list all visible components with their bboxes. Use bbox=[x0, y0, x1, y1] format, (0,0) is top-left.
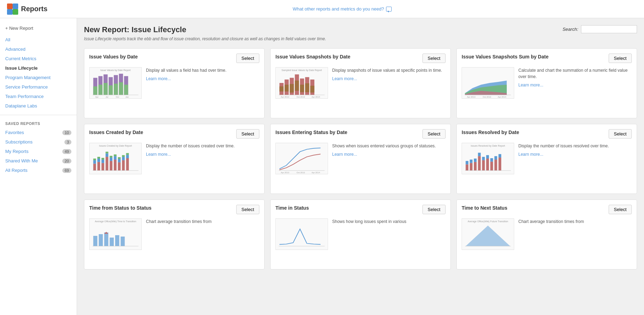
card-issues-created-by-date: Issues Created by Date Select Issues Cre… bbox=[84, 124, 265, 194]
card-description: Calculate and chart the summation of a n… bbox=[518, 67, 632, 88]
sidebar-item-dataplane-labs[interactable]: Dataplane Labs bbox=[0, 101, 77, 111]
chart-time-in-status bbox=[275, 218, 328, 251]
saved-item-favorites-label: Favorites bbox=[5, 130, 24, 135]
sidebar-item-program-management[interactable]: Program Management bbox=[0, 73, 77, 82]
sidebar-item-current-metrics[interactable]: Current Metrics bbox=[0, 54, 77, 63]
learn-more-link-2[interactable]: Learn more... bbox=[518, 82, 632, 88]
sidebar-item-service-performance[interactable]: Service Performance bbox=[0, 82, 77, 92]
card-description: Shows when issues entered various groups… bbox=[332, 143, 446, 158]
feedback-link[interactable]: What other reports and metrics do you ne… bbox=[48, 6, 637, 12]
card-title: Issue Values Snapshots by Date bbox=[275, 54, 419, 60]
sidebar-item-advanced[interactable]: Advanced bbox=[0, 44, 77, 54]
chat-icon bbox=[386, 7, 392, 12]
svg-rect-60 bbox=[97, 157, 100, 159]
svg-rect-105 bbox=[495, 156, 497, 160]
select-button-issues-entering-status-by-date[interactable]: Select bbox=[422, 129, 446, 139]
card-time-to-next-status: Time to Next Status Select Average Offic… bbox=[456, 200, 637, 270]
card-description: Chart average transition times from bbox=[146, 218, 259, 225]
new-report-button[interactable]: + New Report bbox=[0, 23, 77, 35]
search-area: Search: bbox=[562, 25, 637, 33]
svg-text:Apr 2013: Apr 2013 bbox=[281, 172, 289, 174]
svg-rect-96 bbox=[478, 156, 481, 170]
svg-rect-17 bbox=[119, 82, 123, 95]
learn-more-link-3[interactable]: Learn more... bbox=[146, 151, 259, 158]
card-description: Display the number of issues created ove… bbox=[146, 143, 259, 158]
svg-rect-92 bbox=[470, 163, 472, 171]
card-title: Issue Values Snapshots Sum by Date bbox=[462, 54, 605, 60]
svg-rect-3 bbox=[13, 9, 18, 15]
saved-item-subscriptions-label: Subscriptions bbox=[5, 139, 33, 145]
card-issue-values-snapshots-by-date: Issue Values Snapshots by Date Select Sa… bbox=[270, 48, 451, 118]
sidebar-item-all[interactable]: All bbox=[0, 35, 77, 44]
select-button-issues-resolved-by-date[interactable]: Select bbox=[609, 129, 632, 139]
svg-text:Issues Created by Date Report: Issues Created by Date Report bbox=[99, 145, 132, 147]
learn-more-link-1[interactable]: Learn more... bbox=[332, 76, 446, 82]
select-button-time-from-status-to-status[interactable]: Select bbox=[236, 205, 259, 214]
card-description-text: Display the number of issues resolved ov… bbox=[518, 144, 609, 148]
card-description-text: Shows how long issues spent in various bbox=[332, 219, 406, 224]
card-time-in-status: Time in Status Select Shows how long iss… bbox=[270, 200, 451, 270]
svg-rect-101 bbox=[486, 155, 489, 159]
app-logo-icon bbox=[7, 4, 18, 15]
chart-issue-values-by-date: Issue Values by Date Report bbox=[89, 67, 142, 100]
cards-grid: Issue Values by Date Select Issue Values… bbox=[84, 48, 637, 270]
card-description-text: Shows when issues entered various groups… bbox=[332, 144, 436, 148]
sidebar-item-issue-lifecycle[interactable]: Issue Lifecycle bbox=[0, 63, 77, 73]
svg-rect-80 bbox=[126, 155, 129, 158]
search-label: Search: bbox=[562, 27, 578, 32]
saved-item-all-reports[interactable]: All Reports 69 bbox=[0, 166, 77, 175]
svg-rect-63 bbox=[102, 158, 104, 160]
svg-rect-74 bbox=[118, 159, 121, 162]
card-body: Apr 2013 Oct 2013 Apr 2014 Calculate and… bbox=[462, 67, 632, 100]
saved-item-my-reports[interactable]: My Reports 49 bbox=[0, 147, 77, 156]
svg-rect-66 bbox=[106, 152, 108, 153]
svg-rect-1 bbox=[13, 4, 18, 9]
svg-rect-59 bbox=[97, 159, 100, 162]
card-header: Issues Entering Status by Date Select bbox=[275, 129, 446, 139]
svg-rect-107 bbox=[498, 154, 501, 158]
svg-rect-19 bbox=[124, 85, 128, 95]
card-header: Time in Status Select bbox=[275, 205, 446, 214]
sidebar-item-team-performance[interactable]: Team Performance bbox=[0, 92, 77, 101]
svg-text:Apr 2014: Apr 2014 bbox=[312, 96, 320, 98]
svg-rect-75 bbox=[118, 157, 121, 159]
select-button-issue-values-by-date[interactable]: Select bbox=[236, 54, 259, 63]
card-header: Issue Values by Date Select bbox=[89, 54, 259, 63]
svg-rect-95 bbox=[474, 159, 477, 162]
svg-rect-76 bbox=[122, 160, 125, 170]
svg-text:Apr: Apr bbox=[95, 96, 98, 98]
chart-issues-resolved-by-date: Issues Resolved by Date Report bbox=[462, 143, 514, 175]
card-body: Apr 2013 Oct 2013 Apr 2014 Shows when is… bbox=[275, 143, 446, 175]
svg-rect-77 bbox=[122, 157, 125, 160]
main-content: New Report: Issue Lifecycle Search: Issu… bbox=[77, 18, 644, 315]
saved-item-all-reports-label: All Reports bbox=[5, 168, 28, 173]
svg-rect-7 bbox=[93, 86, 97, 95]
svg-rect-0 bbox=[7, 4, 13, 9]
chart-time-to-next-status: Average Office(Wiki) Future Transition bbox=[462, 218, 514, 251]
svg-rect-57 bbox=[93, 159, 96, 160]
learn-more-link-5[interactable]: Learn more... bbox=[518, 151, 632, 158]
select-button-issue-values-snapshots-sum-by-date[interactable]: Select bbox=[609, 54, 632, 63]
saved-item-shared-with-me[interactable]: Shared With Me 20 bbox=[0, 156, 77, 166]
learn-more-link-4[interactable]: Learn more... bbox=[332, 151, 446, 158]
select-button-issue-values-snapshots-by-date[interactable]: Select bbox=[422, 54, 446, 63]
page-subtitle: Issue Lifecycle reports track the ebb an… bbox=[84, 36, 371, 41]
saved-item-shared-with-me-count: 20 bbox=[62, 159, 71, 163]
search-input[interactable] bbox=[581, 25, 637, 33]
svg-rect-72 bbox=[114, 154, 117, 156]
card-description-text: Chart average transition times from bbox=[146, 219, 211, 224]
card-description-text: Display snapshots of issue values at spe… bbox=[332, 68, 442, 73]
svg-text:Oct 2013: Oct 2013 bbox=[483, 96, 491, 98]
chart-issue-values-snapshots-by-date: Sampled Issue Values by Date Report bbox=[275, 67, 328, 100]
select-button-time-in-status[interactable]: Select bbox=[422, 205, 446, 214]
card-body: Average Office(Wiki) Future Transition C… bbox=[462, 218, 632, 251]
select-button-issues-created-by-date[interactable]: Select bbox=[236, 129, 259, 139]
saved-item-favorites[interactable]: Favorites 10 bbox=[0, 128, 77, 137]
app-title: Reports bbox=[21, 5, 48, 13]
svg-rect-34 bbox=[295, 80, 299, 91]
select-button-time-to-next-status[interactable]: Select bbox=[609, 205, 632, 214]
learn-more-link-0[interactable]: Learn more... bbox=[146, 76, 259, 82]
svg-rect-69 bbox=[110, 156, 112, 158]
saved-item-subscriptions[interactable]: Subscriptions 3 bbox=[0, 137, 77, 147]
card-description: Display snapshots of issue values at spe… bbox=[332, 67, 446, 82]
